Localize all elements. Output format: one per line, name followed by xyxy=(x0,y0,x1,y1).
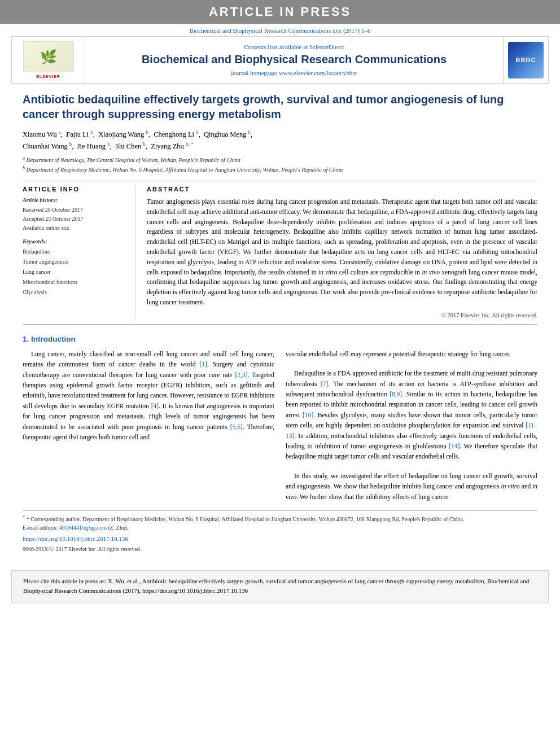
journal-homepage: journal homepage: www.elsevier.com/locat… xyxy=(94,69,495,76)
email-line: E-mail address: 485944416@qq.com (Z. Zhu… xyxy=(23,523,537,532)
citation-footer: Please cite this article in press as: X.… xyxy=(11,570,549,602)
email-person: (Z. Zhu). xyxy=(108,525,128,531)
citation-10: [10] xyxy=(303,412,313,418)
keyword-5: Glycolysis xyxy=(23,287,126,298)
elsevier-label: ELSEVIER xyxy=(36,75,60,78)
keyword-1: Bedaquiline xyxy=(23,247,126,257)
issn-line: 0006-291X/© 2017 Elsevier Inc. All right… xyxy=(23,545,537,553)
doi-line[interactable]: https://doi.org/10.1016/j.bbrc.2017.10.1… xyxy=(23,534,537,544)
corresponding-note: * * Corresponding author. Department of … xyxy=(23,514,537,523)
received-date: Received 20 October 2017 xyxy=(23,206,126,215)
author-8: Shi Chen b, xyxy=(115,142,149,150)
corresponding-text: * Corresponding author. Department of Re… xyxy=(27,516,465,522)
homepage-prefix: journal homepage: xyxy=(231,69,279,76)
abstract-col: ABSTRACT Tumor angiogenesis plays essent… xyxy=(147,186,537,318)
email-label: E-mail address: xyxy=(23,525,58,531)
citation-footer-text: Please cite this article in press as: X.… xyxy=(23,578,529,595)
footnote-area: * * Corresponding author. Department of … xyxy=(23,510,537,553)
author-2: Fajiu Li b, xyxy=(66,130,97,138)
accepted-date: Accepted 25 October 2017 xyxy=(23,215,126,224)
affiliation-a: a Department of Neurology, The Central H… xyxy=(23,155,537,164)
journal-ref-line: Biochemical and Biophysical Research Com… xyxy=(0,24,560,36)
affiliation-b: b Department of Respiratory Medicine, Wu… xyxy=(23,165,537,174)
introduction-section: 1. Introduction Lung cancer, mainly clas… xyxy=(23,335,537,502)
bbrc-logo-area: BBRC xyxy=(503,37,548,83)
divider-1 xyxy=(23,181,537,181)
history-label: Article history: xyxy=(23,197,126,203)
affiliations: a Department of Neurology, The Central H… xyxy=(23,155,537,174)
keyword-2: Tumor angiogenesis xyxy=(23,257,126,267)
citation-1: [1] xyxy=(199,361,207,368)
author-1: Xiaomu Wu a, xyxy=(23,130,64,138)
citation-2: [2,3] xyxy=(235,372,248,378)
author-5: Qinghua Meng b, xyxy=(204,130,252,138)
science-direct-line: Contents lists available at ScienceDirec… xyxy=(94,43,495,50)
journal-title-area: Contents lists available at ScienceDirec… xyxy=(85,39,503,81)
citation-14: [14] xyxy=(449,443,460,449)
bbrc-label: BBRC xyxy=(516,56,536,63)
article-info-abstract: ARTICLE INFO Article history: Received 2… xyxy=(23,186,537,318)
abstract-text: Tumor angiogenesis plays essential roles… xyxy=(147,197,537,308)
introduction-title: 1. Introduction xyxy=(23,335,537,343)
intro-left-col: Lung cancer, mainly classified as non-sm… xyxy=(23,349,274,502)
intro-right-text: vascular endothelial cell may represent … xyxy=(286,349,537,359)
keywords-label: Keywords: xyxy=(23,238,126,244)
article-in-press-banner: ARTICLE IN PRESS xyxy=(0,0,560,24)
keyword-3: Lung cancer xyxy=(23,267,126,277)
homepage-link[interactable]: www.elsevier.com/locate/ybbrc xyxy=(279,69,357,76)
article-title: Antibiotic bedaquiline effectively targe… xyxy=(23,92,537,121)
author-3: Xiaojiang Wang b, xyxy=(98,130,152,138)
elsevier-logo-area: 🌿 ELSEVIER xyxy=(12,37,85,83)
email-link[interactable]: 485944416@qq.com xyxy=(59,525,107,531)
introduction-body: Lung cancer, mainly classified as non-sm… xyxy=(23,349,537,502)
intro-right-para2: Bedaquiline is a FDA-approved antibiotic… xyxy=(286,368,537,462)
citation-4: [4] xyxy=(151,403,159,409)
science-direct-prefix: Contents lists available at xyxy=(244,43,309,50)
journal-header: 🌿 ELSEVIER Contents lists available at S… xyxy=(11,36,549,84)
divider-2 xyxy=(23,324,537,325)
journal-title: Biochemical and Biophysical Research Com… xyxy=(94,53,495,66)
copyright-line: © 2017 Elsevier Inc. All rights reserved… xyxy=(147,312,537,318)
abstract-label: ABSTRACT xyxy=(147,186,537,193)
citation-89: [8,9] xyxy=(390,391,402,397)
author-7: Jie Huang b, xyxy=(77,142,113,150)
author-9: Ziyang Zhu b, * xyxy=(151,142,193,150)
intro-right-para3: In this study, we investigated the effec… xyxy=(286,471,537,502)
author-6: Chuanhai Wang b, xyxy=(23,142,76,150)
elsevier-tree-icon: 🌿 xyxy=(40,50,57,64)
main-content: Antibiotic bedaquiline effectively targe… xyxy=(0,84,560,562)
keywords-list: Bedaquiline Tumor angiogenesis Lung canc… xyxy=(23,247,126,298)
citation-56: [5,6] xyxy=(230,423,243,430)
available-date: Available online xxx xyxy=(23,224,126,233)
intro-right-col: vascular endothelial cell may represent … xyxy=(286,349,537,502)
elsevier-logo: 🌿 xyxy=(23,41,74,72)
keywords-section: Keywords: Bedaquiline Tumor angiogenesis… xyxy=(23,238,126,298)
bbrc-logo: BBRC xyxy=(508,42,544,78)
science-direct-link-text[interactable]: ScienceDirect xyxy=(309,43,344,50)
intro-left-text: Lung cancer, mainly classified as non-sm… xyxy=(23,349,274,443)
citation-1113: [11–13] xyxy=(286,422,537,439)
authors-line: Xiaomu Wu a, Fajiu Li b, Xiaojiang Wang … xyxy=(23,128,537,152)
article-info-label: ARTICLE INFO xyxy=(23,186,126,193)
keyword-4: Mitochondrial functions xyxy=(23,277,126,287)
author-4: Chenghong Li b, xyxy=(154,130,202,138)
article-info-col: ARTICLE INFO Article history: Received 2… xyxy=(23,186,135,318)
citation-7: [7] xyxy=(321,381,328,387)
footnote-asterisk: * xyxy=(23,515,25,520)
article-history: Article history: Received 20 October 201… xyxy=(23,197,126,233)
